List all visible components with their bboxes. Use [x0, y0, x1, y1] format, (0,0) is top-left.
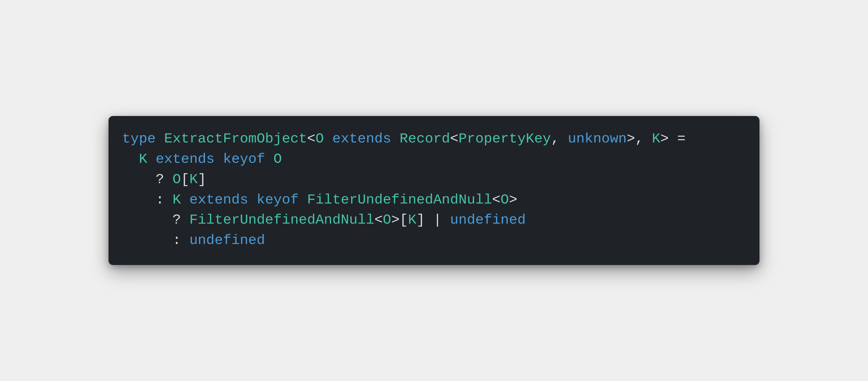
code-token: extends keyof [181, 192, 307, 208]
code-token: < [492, 192, 500, 208]
code-token: , [551, 131, 568, 147]
code-token: FilterUndefinedAndNull [189, 212, 375, 228]
code-token: : [122, 232, 189, 248]
code-token: ExtractFromObject [164, 131, 307, 147]
code-token: K [139, 151, 147, 167]
code-card: type ExtractFromObject<O extends Record<… [108, 116, 760, 265]
code-token: O [173, 171, 181, 187]
code-token: FilterUndefinedAndNull [307, 192, 492, 208]
code-token: [ [181, 171, 189, 187]
code-token: : [122, 192, 173, 208]
code-token: K [652, 131, 660, 147]
code-token: extends [324, 131, 400, 147]
code-token: ? [122, 171, 173, 187]
code-token: O [315, 131, 324, 147]
code-token: ] [198, 171, 206, 187]
code-token: ? [122, 212, 189, 228]
code-token: PropertyKey [458, 131, 551, 147]
code-token: unknown [568, 131, 627, 147]
code-token: O [274, 151, 282, 167]
code-token: > [509, 192, 518, 208]
code-token: K [189, 171, 198, 187]
code-token: Record [400, 131, 450, 147]
code-token: undefined [189, 232, 265, 248]
code-token: O [500, 192, 509, 208]
code-token: undefined [450, 212, 526, 228]
code-token: < [307, 131, 315, 147]
code-block: type ExtractFromObject<O extends Record<… [122, 129, 746, 251]
code-token: >[ [391, 212, 408, 228]
code-token: O [383, 212, 391, 228]
code-token: K [408, 212, 416, 228]
code-token: < [374, 212, 383, 228]
code-token: ] | [416, 212, 450, 228]
code-token: extends keyof [147, 151, 274, 167]
code-token: > = [660, 131, 686, 147]
code-token: >, [627, 131, 652, 147]
code-token: type [122, 131, 164, 147]
code-token: K [173, 192, 181, 208]
code-token [122, 151, 139, 167]
code-token: < [450, 131, 458, 147]
